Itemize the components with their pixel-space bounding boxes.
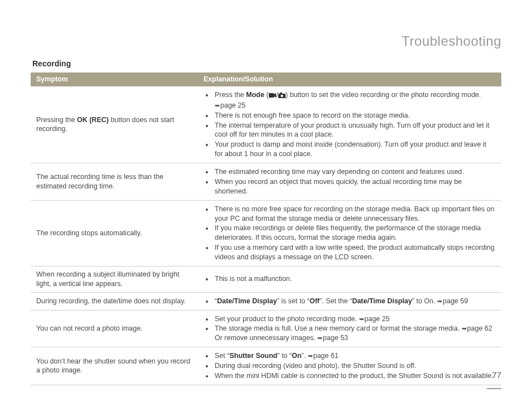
header-symptom: Symptom	[31, 72, 198, 86]
svg-point-3	[280, 95, 283, 97]
svg-rect-2	[280, 93, 282, 94]
svg-rect-0	[269, 93, 274, 98]
list-item: When the mini HDMI cable is connected to…	[214, 371, 496, 381]
photo-mode-icon	[278, 91, 286, 101]
text: ”.	[302, 352, 308, 360]
table-row: You don’t hear the shutter sound when yo…	[31, 347, 501, 385]
page-ref: page 61	[313, 352, 338, 360]
header-solution: Explanation/Solution	[198, 72, 501, 86]
arrow-icon	[215, 101, 220, 109]
text: ” to On.	[412, 297, 437, 305]
solution-cell: Press the Mode (/) button to set the vid…	[198, 86, 501, 163]
list-item: This is not a malfunction.	[214, 274, 496, 284]
list-item: Your product is damp and moist inside (c…	[214, 140, 496, 159]
symptom-cell: You can not record a photo image.	[31, 310, 198, 347]
text: Pressing the	[36, 116, 77, 124]
text-bold: On	[292, 352, 301, 360]
section-title: Recording	[32, 59, 501, 68]
arrow-icon	[308, 352, 313, 360]
symptom-cell: The actual recording time is less than t…	[31, 163, 198, 201]
list-item: “Date/Time Display” is set to “Off”. Set…	[214, 297, 496, 306]
table-row: The recording stops automatically. There…	[31, 200, 501, 266]
list-item: There is no more free space for recordin…	[214, 205, 496, 224]
symptom-cell: Pressing the OK (REC) button does not st…	[31, 86, 198, 163]
page-title: Troubleshooting	[31, 33, 501, 49]
list-item: Set your product to the photo recording …	[214, 314, 496, 324]
table-row: When recording a subject illuminated by …	[31, 266, 501, 292]
arrow-icon	[317, 334, 323, 342]
arrow-icon	[359, 315, 365, 323]
text: Set your product to the photo recording …	[215, 315, 359, 323]
solution-cell: This is not a malfunction.	[198, 266, 501, 292]
arrow-icon	[462, 324, 467, 332]
list-item: When you record an object that moves qui…	[214, 177, 496, 196]
symptom-cell: You don’t hear the shutter sound when yo…	[31, 347, 198, 385]
table-row: During recording, the date/time does not…	[31, 292, 501, 310]
text-bold: OK (REC)	[77, 116, 109, 124]
list-item: The internal temperature of your product…	[214, 121, 496, 140]
page-ref: page 25	[220, 101, 245, 109]
arrow-icon	[437, 297, 443, 305]
text: Set “	[215, 352, 229, 360]
symptom-cell: During recording, the date/time does not…	[31, 292, 198, 310]
text: The storage media is full. Use a new mem…	[215, 324, 462, 332]
solution-cell: Set “Shutter Sound” to “On”. page 61 Dur…	[198, 347, 501, 385]
text: Press the	[215, 91, 246, 99]
solution-cell: “Date/Time Display” is set to “Off”. Set…	[198, 292, 501, 310]
text-bold: Mode	[246, 91, 264, 99]
text: ”. Set the “	[320, 297, 352, 305]
manual-page: Troubleshooting Recording Symptom Explan…	[0, 0, 532, 402]
solution-cell: Set your product to the photo recording …	[198, 310, 501, 347]
symptom-cell: When recording a subject illuminated by …	[31, 266, 198, 292]
list-item: Press the Mode (/) button to set the vid…	[214, 90, 496, 110]
text-bold: Date/Time Display	[352, 297, 412, 305]
text: ” is set to “	[277, 297, 309, 305]
text: (	[264, 91, 269, 99]
text: ) button to set the video recording or t…	[286, 91, 481, 99]
symptom-cell: The recording stops automatically.	[31, 200, 198, 266]
solution-cell: There is no more free space for recordin…	[198, 200, 501, 266]
list-item: Set “Shutter Sound” to “On”. page 61	[214, 351, 496, 361]
text-bold: Shutter Sound	[229, 352, 277, 360]
list-item: If you use a memory card with a low writ…	[214, 243, 496, 262]
table-row: You can not record a photo image. Set yo…	[31, 310, 501, 347]
page-rule	[487, 388, 501, 389]
text-bold: Date/Time Display	[217, 297, 277, 305]
text: ” to “	[278, 352, 292, 360]
table-row: The actual recording time is less than t…	[31, 163, 501, 201]
page-ref: page 53	[323, 334, 348, 342]
list-item: There is not enough free space to record…	[214, 111, 496, 120]
table-row: Pressing the OK (REC) button does not st…	[31, 86, 501, 163]
list-item: During dual recording (video and photo),…	[214, 361, 496, 371]
table-header-row: Symptom Explanation/Solution	[31, 72, 501, 86]
video-mode-icon	[269, 91, 277, 101]
page-ref: page 59	[443, 297, 468, 305]
solution-cell: The estimated recording time may vary de…	[198, 163, 501, 201]
list-item: If you make recordings or delete files f…	[214, 224, 496, 243]
list-item: The storage media is full. Use a new mem…	[214, 324, 496, 343]
page-ref: page 25	[365, 315, 390, 323]
list-item: The estimated recording time may vary de…	[214, 167, 496, 177]
troubleshooting-table: Symptom Explanation/Solution Pressing th…	[31, 72, 501, 385]
page-number-block: 77	[487, 370, 501, 391]
page-number: 77	[487, 370, 501, 380]
text-bold: Off	[309, 297, 320, 305]
